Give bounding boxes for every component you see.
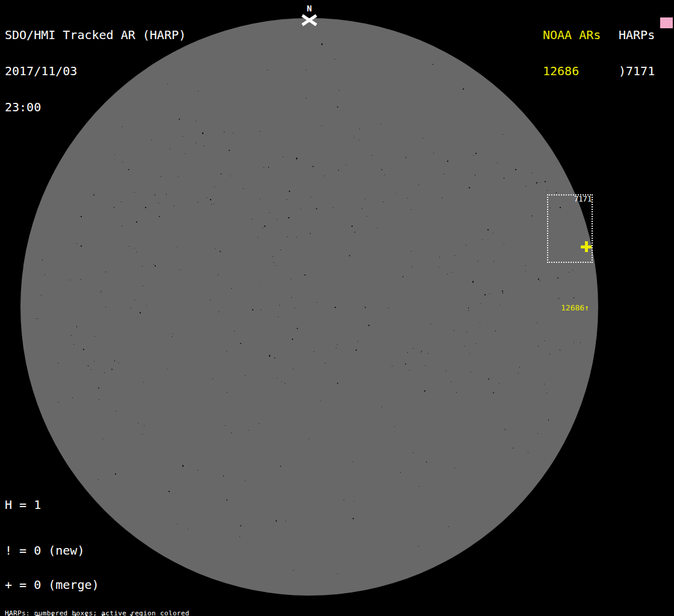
noaa-ars-label: NOAA ARs [543, 29, 601, 41]
legend-line-merge: + = 0 (merge) [5, 579, 143, 591]
date-label: 2017/11/03 [5, 65, 186, 77]
title-block: SDO/HMI Tracked AR (HARP) 2017/11/03 23:… [5, 5, 186, 125]
noaa-ar-cross-icon [581, 241, 592, 252]
legend-line-new: ! = 0 (new) [5, 545, 143, 556]
cross-bar [581, 245, 592, 248]
north-x-marker-icon [303, 15, 316, 25]
harps-value: )7171 [619, 65, 655, 77]
harp-box-number: 7171 [574, 195, 592, 203]
footnotes: HARPs: numbered boxes; active region col… [5, 596, 248, 616]
page-title: SDO/HMI Tracked AR (HARP) [5, 29, 186, 41]
time-label: 23:00 [5, 101, 186, 113]
noaa-ars-value: 12686 [543, 65, 601, 77]
harp-count-line: H = 1 [5, 499, 41, 511]
footnote-harps: HARPs: numbered boxes; active region col… [5, 610, 248, 616]
harp-box-7171: 7171 [547, 194, 593, 263]
north-label: N [303, 4, 315, 13]
noaa-ar-number-label: 12686↑ [561, 304, 589, 312]
harp-color-swatch [660, 17, 673, 28]
noaa-ars-header: NOAA ARs 12686 [543, 5, 601, 89]
harps-label: HARPs [619, 29, 655, 41]
harps-header: HARPs )7171 [619, 5, 655, 89]
